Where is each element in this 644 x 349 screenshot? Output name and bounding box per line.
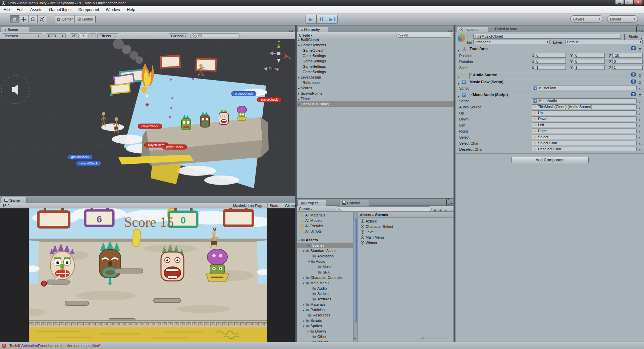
gear-icon[interactable]: [638, 46, 642, 52]
foldout-icon[interactable]: [298, 238, 300, 242]
status-bar[interactable]: 'Tochtli' AnimationEvent has no function…: [0, 342, 644, 349]
project-search-field[interactable]: [336, 206, 432, 211]
menu-file[interactable]: File: [0, 6, 13, 13]
scroll-down-arrow-icon[interactable]: [354, 337, 357, 340]
tree-folder[interactable]: Standard Assets: [303, 248, 337, 253]
scene-search-field[interactable]: All: [190, 33, 240, 38]
stats-toggle[interactable]: Stats: [268, 203, 283, 208]
hierarchy-search-field[interactable]: All: [396, 33, 452, 38]
tag-dropdown[interactable]: Untagged: [473, 40, 550, 44]
menu-audio-script-field[interactable]: MenuAudio: [532, 98, 637, 103]
object-picker-icon[interactable]: [639, 135, 642, 141]
tab-scene[interactable]: Scene: [1, 26, 30, 32]
hierarchy-item[interactable]: GameSettings: [303, 64, 326, 69]
move-tool-button[interactable]: [19, 15, 28, 23]
effects-dropdown[interactable]: Effects: [97, 33, 118, 38]
audio-clip-field-deselect-char[interactable]: Deselect Char: [532, 147, 637, 151]
audio-clip-field-down[interactable]: Down: [532, 116, 637, 121]
maximize-button[interactable]: [625, 0, 633, 5]
hand-tool-button[interactable]: [10, 15, 19, 23]
toggle-2d-button[interactable]: 2D: [70, 33, 78, 38]
menu-audio-title[interactable]: Menu Audio (Script): [473, 93, 508, 97]
help-icon[interactable]: [631, 92, 636, 96]
audio-clip-field-up[interactable]: Up: [532, 110, 637, 115]
scale-x-field[interactable]: 1: [535, 65, 566, 70]
audio-source-checkbox[interactable]: [469, 72, 470, 79]
rotation-x-field[interactable]: 0: [535, 59, 566, 64]
menu-edit[interactable]: Edit: [13, 6, 27, 13]
foldout-icon[interactable]: [303, 276, 305, 280]
help-icon[interactable]: [631, 80, 636, 84]
thumbnail-zoom-slider[interactable]: [422, 337, 450, 341]
tree-folder[interactable]: Character Controlle: [303, 275, 342, 280]
scene-file-item[interactable]: Winner: [361, 240, 377, 245]
hierarchy-item[interactable]: Scores: [298, 85, 312, 91]
hierarchy-item[interactable]: GameElements: [298, 42, 326, 48]
render-mode-dropdown[interactable]: Textured: [2, 33, 42, 38]
scene-file-item[interactable]: Azteck: [361, 218, 377, 224]
object-picker-icon[interactable]: [639, 147, 642, 153]
position-z-field[interactable]: -10: [612, 53, 643, 58]
tree-folder[interactable]: Audio: [308, 259, 325, 264]
play-button[interactable]: [306, 15, 316, 23]
object-picker-icon[interactable]: [639, 110, 642, 116]
hierarchy-item-selected[interactable]: TitleMusic(Clone): [298, 101, 329, 107]
menu-assets[interactable]: Assets: [27, 6, 46, 13]
hierarchy-item[interactable]: GameSettings: [303, 53, 326, 58]
tab-inspector[interactable]: Inspector: [456, 26, 488, 32]
scene-viewport[interactable]: groundCheck groundCheck groundCheck play…: [0, 39, 295, 196]
audio-source-ref-field[interactable]: TitleMusic(Clone) (Audio Source): [532, 104, 637, 109]
tree-folder[interactable]: Audio: [312, 286, 327, 291]
scrollbar-thumb[interactable]: [354, 218, 357, 322]
favorite-item[interactable]: All Materials: [300, 212, 325, 218]
add-component-button[interactable]: Add Component: [512, 157, 589, 163]
tree-folder-selected[interactable]: Scenes: [307, 243, 324, 248]
layers-dropdown[interactable]: Layers: [570, 15, 603, 22]
breadcrumb-root[interactable]: Assets: [360, 213, 371, 217]
menu-audio-foldout-icon[interactable]: [458, 93, 460, 99]
maximize-on-play-toggle[interactable]: Maximize on Play: [231, 203, 268, 208]
scene-lighting-button[interactable]: [80, 33, 87, 38]
tree-folder[interactable]: Particles: [303, 307, 325, 312]
object-picker-icon[interactable]: [639, 116, 642, 122]
step-button[interactable]: [327, 15, 338, 23]
scale-tool-button[interactable]: [37, 15, 46, 23]
tree-folder[interactable]: Assets: [298, 237, 318, 243]
audio-clip-field-select[interactable]: Select: [532, 135, 637, 139]
channel-dropdown[interactable]: RGB: [46, 33, 66, 38]
inspector-panel-menu-icon[interactable]: [639, 27, 642, 33]
foldout-icon[interactable]: [298, 75, 300, 79]
favorite-item[interactable]: All Models: [300, 218, 322, 223]
foldout-icon[interactable]: [303, 281, 305, 285]
tree-folder[interactable]: Drawn: [308, 329, 326, 334]
audio-clip-field-select-char[interactable]: Select Char: [532, 141, 637, 145]
tree-folder[interactable]: Textures: [312, 296, 331, 302]
foldout-icon[interactable]: [298, 91, 300, 95]
rotation-y-field[interactable]: 0: [574, 59, 605, 64]
aspect-ratio-dropdown[interactable]: 16:9: [0, 203, 54, 208]
tab-project[interactable]: Project: [298, 200, 326, 206]
position-x-field[interactable]: 0: [535, 53, 566, 58]
game-viewport[interactable]: 6 0 Score 15: [0, 208, 295, 342]
music-flow-title[interactable]: Music Flow (Script): [470, 80, 503, 84]
layout-dropdown[interactable]: Layout: [607, 15, 638, 22]
foldout-icon[interactable]: [298, 97, 300, 101]
music-flow-foldout-icon[interactable]: [458, 80, 460, 86]
foldout-icon[interactable]: [298, 86, 300, 90]
layer-dropdown[interactable]: Default: [566, 40, 643, 44]
foldout-icon[interactable]: [303, 324, 305, 328]
menu-audio-checkbox[interactable]: [470, 92, 470, 99]
gear-icon[interactable]: [638, 72, 642, 78]
pivot-global-button[interactable]: Global: [75, 15, 96, 23]
favorite-item[interactable]: All Scripts: [300, 229, 322, 234]
scale-z-field[interactable]: 1: [612, 65, 643, 70]
audio-clip-field-left[interactable]: Left: [532, 122, 637, 127]
menu-window[interactable]: Window: [102, 6, 123, 13]
favorite-item[interactable]: All Prefabs: [300, 223, 323, 229]
hierarchy-item[interactable]: SpawnPoints: [298, 91, 322, 96]
help-icon[interactable]: [631, 72, 636, 77]
object-picker-icon[interactable]: [639, 129, 642, 135]
tree-folder[interactable]: Other: [312, 334, 327, 339]
object-picker-icon[interactable]: [639, 104, 642, 110]
lock-icon[interactable]: [636, 27, 637, 33]
